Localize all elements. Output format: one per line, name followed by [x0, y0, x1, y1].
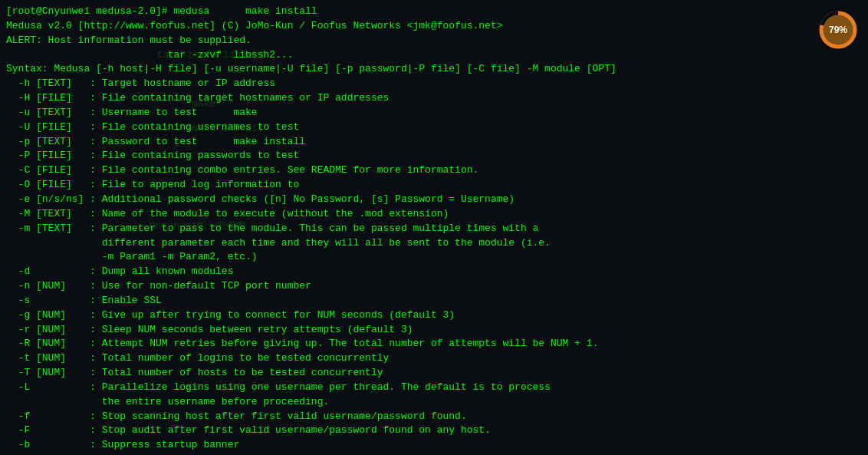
terminal-line: [root@Cnyunwei medusa-2.0]# medusa make …	[6, 5, 862, 19]
terminal-line: ALERT: Host information must be supplied…	[6, 34, 862, 48]
progress-label: 79%	[829, 25, 847, 35]
terminal-line: -O [FILE] : File to append log informati…	[6, 178, 862, 193]
terminal-line: -t [NUM] : Total number of logins to be …	[6, 351, 862, 366]
terminal-line: tar -zxvf libssh2...	[6, 48, 862, 63]
terminal-line: -P [FILE] : File containing passwords to…	[6, 149, 862, 163]
terminal-line: Medusa v2.0 [http://www.foofus.net] (C) …	[6, 19, 862, 34]
terminal-output: [root@Cnyunwei medusa-2.0]# medusa make …	[6, 5, 862, 455]
terminal-line: -m [TEXT] : Parameter to pass to the mod…	[6, 222, 862, 236]
terminal-line: -M [TEXT] : Name of the module to execut…	[6, 207, 862, 222]
terminal-line: different parameter each time and they w…	[6, 236, 862, 251]
terminal-line: -T [NUM] : Total number of hosts to be t…	[6, 366, 862, 381]
terminal-line: -e [n/s/ns] : Additional password checks…	[6, 193, 862, 207]
terminal-line: -f : Stop scanning host after first vali…	[6, 410, 862, 424]
terminal-line: -h [TEXT] : Target hostname or IP addres…	[6, 77, 862, 91]
terminal-line: -L : Parallelize logins using one userna…	[6, 381, 862, 395]
terminal-line: -R [NUM] : Attempt NUM retries before gi…	[6, 337, 862, 351]
terminal-line: -F : Stop audit after first valid userna…	[6, 424, 862, 438]
terminal-line: -m Param1 -m Param2, etc.)	[6, 250, 862, 265]
terminal-line: Syntax: Medusa [-h host|-H file] [-u use…	[6, 62, 862, 77]
terminal-window: [root@Cnyunwei medusa-2.0]# medusa make …	[0, 0, 868, 455]
terminal-line: -p [TEXT] : Password to test make instal…	[6, 135, 862, 150]
terminal-line: -r [NUM] : Sleep NUM seconds between ret…	[6, 323, 862, 338]
terminal-line: -d : Dump all known modules	[6, 265, 862, 279]
progress-indicator: 79%	[817, 9, 859, 51]
terminal-line: -u [TEXT] : Username to test make	[6, 106, 862, 120]
terminal-line: -g [NUM] : Give up after trying to conne…	[6, 308, 862, 323]
terminal-line: the entire username before proceeding.	[6, 395, 862, 410]
terminal-line: -s : Enable SSL	[6, 294, 862, 308]
terminal-line: -C [FILE] : File containing combo entrie…	[6, 163, 862, 178]
terminal-line: -n [NUM] : Use for non-default TCP port …	[6, 279, 862, 294]
terminal-line: -b : Suppress startup banner	[6, 438, 862, 453]
terminal-line: -U [FILE] : File containing usernames to…	[6, 120, 862, 135]
terminal-line: -H [FILE] : File containing target hostn…	[6, 91, 862, 106]
